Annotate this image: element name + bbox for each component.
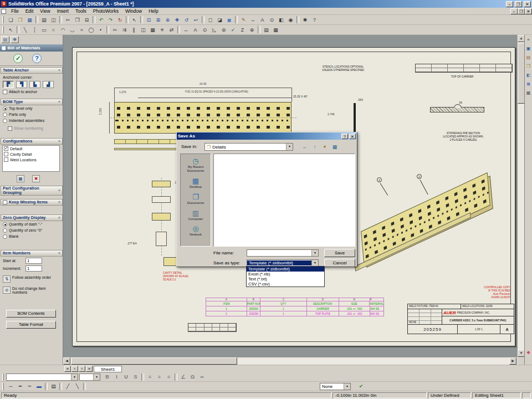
- config-default[interactable]: Default: [3, 146, 59, 151]
- bom-icon[interactable]: ▦: [271, 25, 280, 34]
- menu-window[interactable]: Window: [122, 8, 145, 14]
- cancel-button[interactable]: Cancel: [324, 259, 355, 267]
- save-in-combo[interactable]: ❐ Details ▼: [204, 143, 293, 151]
- balloon-2[interactable]: 2: [417, 174, 422, 179]
- whats-new-icon[interactable]: ❖: [525, 349, 532, 356]
- up-one-level-icon[interactable]: ↑: [310, 142, 320, 151]
- line-thickness-icon[interactable]: ━: [16, 382, 25, 391]
- isometric-view[interactable]: 1 2: [351, 174, 501, 285]
- config-weld-locations[interactable]: Weld Locations: [3, 157, 59, 162]
- quantity-dash-radio[interactable]: Quantity of dash "-": [0, 221, 63, 227]
- surface-finish-icon[interactable]: ✓: [228, 25, 238, 34]
- dim-height[interactable]: 2.250: [99, 108, 102, 115]
- mirror-icon[interactable]: ◫: [139, 25, 148, 34]
- line-color-icon[interactable]: ▬: [34, 382, 44, 391]
- revision-table[interactable]: [415, 64, 513, 73]
- wireframe-icon[interactable]: ◻: [206, 16, 215, 24]
- convert-entities-icon[interactable]: ⇉: [120, 25, 129, 34]
- bom-row-carrier[interactable]: 12052601CARRIER.031 +/- .002304 SS: [206, 306, 383, 311]
- dim-stack[interactable]: .277 EA: [127, 242, 137, 245]
- dim-rib-thickness[interactable]: .093: [357, 98, 363, 101]
- quantity-blank-radio[interactable]: Blank: [0, 233, 63, 239]
- redo-icon[interactable]: ↷: [106, 16, 115, 24]
- print-icon[interactable]: ▤: [39, 16, 49, 24]
- follow-assembly-order-icon[interactable]: ⇅: [3, 275, 11, 283]
- scroll-right-button[interactable]: ▶: [509, 357, 516, 365]
- prev-sheet-button[interactable]: ‹: [71, 366, 78, 372]
- table-icon[interactable]: ▤: [262, 25, 271, 34]
- new-folder-icon[interactable]: ✦: [320, 142, 330, 151]
- arc-icon[interactable]: ◠: [58, 25, 68, 34]
- custom-properties-icon[interactable]: ▦: [525, 89, 532, 96]
- anchor-bottom-right-icon[interactable]: ▟: [43, 81, 54, 88]
- paste-icon[interactable]: ⊟: [82, 16, 91, 24]
- zoom-area-icon[interactable]: ⊞: [154, 16, 163, 24]
- rotate-view-icon[interactable]: ↺: [182, 16, 191, 24]
- balloon-icon[interactable]: ⊙: [200, 25, 209, 34]
- type-option[interactable]: Template (*.sldbomtbt): [247, 267, 324, 272]
- point-icon[interactable]: •: [96, 25, 105, 34]
- toolbar-grip[interactable]: [2, 374, 4, 381]
- parts-only-radio[interactable]: Parts only: [0, 111, 63, 117]
- dim-equal-spaces[interactable]: F.SC ±1 EQ DL SPACES 4 (13.20) (NON-CUMU…: [156, 90, 278, 93]
- previous-view-icon[interactable]: ↩: [191, 16, 201, 24]
- copy-icon[interactable]: ❒: [73, 16, 82, 24]
- bom-contents-button[interactable]: BOM Contents: [6, 310, 56, 318]
- place-recent-documents[interactable]: ◷ My Recent Documents: [181, 157, 210, 173]
- collapse-task-pane-icon[interactable]: «: [525, 36, 532, 43]
- scroll-thumb[interactable]: [71, 357, 237, 365]
- section-part-config-grouping[interactable]: Part Configuration Grouping«: [1, 186, 63, 196]
- menu-tools[interactable]: Tools: [72, 8, 90, 14]
- detail-view[interactable]: [156, 232, 167, 246]
- rib-section-view[interactable]: [430, 107, 484, 112]
- vertical-scrollbar[interactable]: ▲ ▼: [517, 35, 524, 357]
- file-list[interactable]: [213, 154, 355, 247]
- keep-missing-checkbox[interactable]: [3, 200, 7, 204]
- configurations-list[interactable]: Default Cavity Detail Weld Locations: [2, 145, 60, 172]
- rebuild-icon[interactable]: ↻: [115, 16, 125, 24]
- place-documents[interactable]: ❐ Documents: [181, 193, 210, 205]
- print-preview-icon[interactable]: ◫: [49, 16, 58, 24]
- dim-chamfer[interactable]: 25.35 X 45°: [293, 95, 308, 98]
- do-not-change-icon[interactable]: ⊘: [3, 287, 11, 294]
- indented-assemblies-radio[interactable]: Indented assemblies: [0, 117, 63, 124]
- bold-icon[interactable]: B: [103, 373, 112, 381]
- note-icon[interactable]: A: [258, 16, 267, 24]
- move-entities-icon[interactable]: ⇄: [167, 25, 176, 34]
- menu-insert[interactable]: Insert: [54, 8, 72, 14]
- restore-button[interactable]: ❐: [515, 1, 522, 7]
- section-configurations[interactable]: Configurations«: [1, 138, 63, 145]
- file-name-input[interactable]: ▼: [247, 249, 319, 257]
- resources-icon[interactable]: ▣: [525, 45, 532, 52]
- anchor-bottom-left-icon[interactable]: ▙: [29, 81, 40, 88]
- menu-photoworks[interactable]: PhotoWorks: [90, 8, 122, 14]
- open-icon[interactable]: ❐: [16, 16, 25, 24]
- confirm-icon[interactable]: ✔: [356, 382, 366, 391]
- last-sheet-button[interactable]: »: [86, 366, 93, 372]
- close-button[interactable]: ✕: [524, 1, 531, 7]
- attach-to-anchor-checkbox[interactable]: Attach to anchor: [0, 89, 63, 95]
- menu-file[interactable]: File: [8, 8, 22, 14]
- layer-combo[interactable]: None ▼: [320, 383, 351, 390]
- doc-restore-button[interactable]: ❐: [518, 8, 525, 14]
- weld-symbol-icon[interactable]: Z: [238, 25, 247, 34]
- cut-icon[interactable]: ✂: [63, 16, 73, 24]
- place-computer[interactable]: ▥ Computer: [181, 209, 210, 221]
- zoom-in-out-icon[interactable]: ⊕: [163, 16, 172, 24]
- edit-list-icon[interactable]: ▦: [17, 175, 24, 182]
- detail-view[interactable]: [152, 213, 171, 221]
- linear-pattern-icon[interactable]: ▦: [148, 25, 157, 34]
- config-cavity-detail[interactable]: Cavity Detail: [3, 151, 59, 157]
- start-at-input[interactable]: [25, 258, 42, 264]
- link-icon[interactable]: ∞: [197, 373, 207, 381]
- minimize-button[interactable]: –: [506, 1, 513, 7]
- anchor-top-left-icon[interactable]: ▛: [3, 81, 14, 88]
- align-center-icon[interactable]: ≡: [155, 373, 164, 381]
- section-item-numbers[interactable]: Item Numbers«: [1, 250, 63, 257]
- hide-edge-icon[interactable]: ╱: [63, 382, 73, 391]
- italic-icon[interactable]: I: [112, 373, 121, 381]
- appearances-icon[interactable]: ◼: [525, 80, 532, 87]
- back-icon[interactable]: ←: [300, 142, 310, 151]
- font-size-combo[interactable]: ▼: [79, 374, 100, 381]
- section-view-icon[interactable]: ◧: [277, 16, 286, 24]
